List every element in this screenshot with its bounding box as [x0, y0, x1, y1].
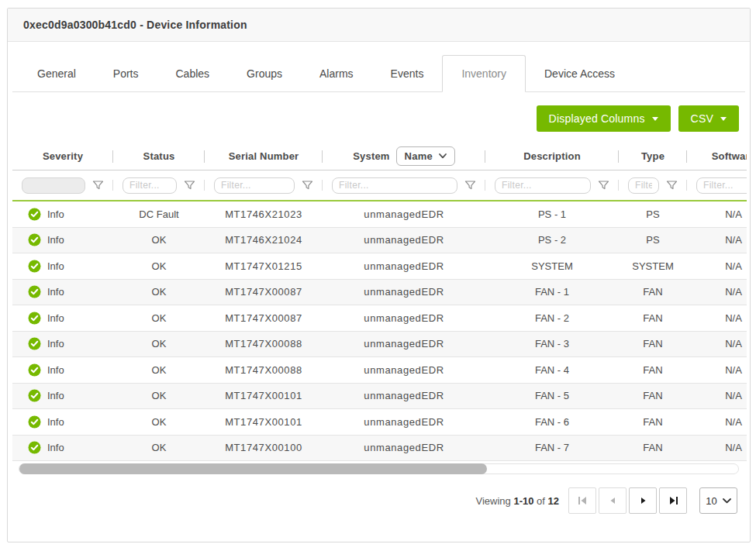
tab-ports[interactable]: Ports: [95, 55, 157, 92]
tab-alarms[interactable]: Alarms: [301, 55, 372, 92]
status-cell: OK: [113, 312, 205, 324]
table-header-row: Severity Status Serial Number System Nam…: [12, 143, 747, 170]
software-cell: N/A: [687, 260, 747, 272]
severity-cell: Info: [12, 208, 113, 221]
serial-number-filter-input[interactable]: [214, 177, 295, 194]
filter-cell-status: [113, 170, 205, 200]
software-cell: N/A: [687, 208, 747, 220]
filter-cell-software: [687, 170, 747, 200]
tab-inventory[interactable]: Inventory: [442, 55, 526, 92]
system-cell: unmanagedEDR: [323, 416, 485, 428]
severity-cell: Info: [12, 337, 113, 350]
funnel-icon[interactable]: [92, 181, 104, 190]
csv-button[interactable]: CSV: [678, 105, 739, 132]
software-cell: N/A: [687, 364, 747, 376]
page-size-select[interactable]: 10: [699, 487, 737, 514]
tab-cables[interactable]: Cables: [157, 55, 229, 92]
horizontal-scrollbar[interactable]: [19, 463, 739, 474]
severity-cell: Info: [12, 260, 113, 273]
filter-cell-type: [619, 170, 687, 200]
filter-cell-system: [323, 170, 485, 200]
tab-general[interactable]: General: [19, 55, 95, 92]
column-header-description[interactable]: Description: [485, 143, 619, 170]
description-cell: FAN - 6: [485, 416, 619, 428]
filter-cell-severity: [12, 170, 113, 200]
status-cell: OK: [113, 390, 205, 401]
severity-cell: Info: [12, 441, 113, 454]
table-body: Info DC Fault MT1746X21023 unmanagedEDR …: [12, 201, 747, 461]
column-header-serial-number[interactable]: Serial Number: [205, 143, 323, 170]
table-row: Info OK MT1746X21024 unmanagedEDR PS - 2…: [12, 228, 747, 254]
type-cell: FAN: [619, 390, 687, 401]
device-information-dialog: 0xec0d9a0300b41cd0 - Device Information …: [7, 8, 751, 542]
check-circle-icon: [28, 260, 41, 273]
description-filter-input[interactable]: [495, 177, 591, 194]
dialog-titlebar: 0xec0d9a0300b41cd0 - Device Information: [8, 9, 750, 42]
table-row: Info OK MT1747X00087 unmanagedEDR FAN - …: [12, 305, 747, 332]
column-header-severity[interactable]: Severity: [12, 143, 113, 170]
viewing-summary: Viewing 1-10 of 12: [475, 495, 559, 507]
table-row: Info OK MT1747X00088 unmanagedEDR FAN - …: [12, 332, 747, 358]
check-circle-icon: [28, 389, 41, 402]
filter-cell-description: [485, 170, 619, 200]
status-cell: OK: [113, 260, 205, 272]
horizontal-scrollbar-thumb[interactable]: [19, 463, 487, 474]
description-cell: PS - 1: [485, 208, 619, 220]
system-cell: unmanagedEDR: [323, 442, 485, 453]
software-cell: N/A: [687, 442, 747, 453]
check-circle-icon: [28, 337, 41, 350]
severity-cell: Info: [12, 233, 113, 246]
severity-filter-input: [22, 177, 85, 194]
tab-groups[interactable]: Groups: [228, 55, 301, 92]
funnel-icon[interactable]: [666, 181, 678, 190]
column-header-type[interactable]: Type: [619, 143, 687, 170]
tab-events[interactable]: Events: [372, 55, 443, 92]
inventory-table: Severity Status Serial Number System Nam…: [12, 143, 747, 461]
system-filter-input[interactable]: [332, 177, 457, 194]
software-cell: N/A: [687, 234, 747, 246]
chevron-down-icon: [439, 153, 447, 159]
description-cell: FAN - 5: [485, 390, 619, 401]
system-cell: unmanagedEDR: [323, 260, 485, 272]
system-cell: unmanagedEDR: [323, 364, 485, 376]
type-cell: SYSTEM: [619, 260, 687, 272]
system-cell: unmanagedEDR: [323, 312, 485, 324]
description-cell: PS - 2: [485, 234, 619, 246]
type-cell: FAN: [619, 286, 687, 298]
type-filter-input[interactable]: [628, 177, 659, 194]
previous-page-button[interactable]: [599, 487, 627, 514]
table-row: Info OK MT1747X00101 unmanagedEDR FAN - …: [12, 409, 747, 436]
chevron-down-icon: [720, 117, 727, 121]
last-page-button[interactable]: [659, 487, 687, 514]
csv-label: CSV: [691, 112, 713, 125]
chevron-down-icon: [723, 498, 731, 504]
tab-device-access[interactable]: Device Access: [526, 55, 633, 92]
software-cell: N/A: [687, 338, 747, 350]
column-header-system: System Name: [323, 143, 485, 170]
funnel-icon[interactable]: [464, 181, 476, 190]
software-filter-input[interactable]: [696, 177, 747, 194]
viewing-range: 1-10: [513, 495, 533, 507]
description-cell: FAN - 4: [485, 364, 619, 376]
viewing-total: 12: [548, 495, 559, 507]
pagination-bar: Viewing 1-10 of 12 10: [12, 487, 737, 514]
description-cell: FAN - 2: [485, 312, 619, 324]
funnel-icon[interactable]: [598, 181, 609, 190]
severity-cell: Info: [12, 389, 113, 402]
serial-number-cell: MT1747X00100: [205, 442, 323, 453]
filter-cell-serial-number: [205, 170, 323, 200]
first-page-button[interactable]: [568, 487, 596, 514]
system-cell: unmanagedEDR: [323, 234, 485, 246]
next-page-button[interactable]: [629, 487, 657, 514]
check-circle-icon: [28, 312, 41, 325]
status-filter-input[interactable]: [123, 177, 177, 194]
funnel-icon[interactable]: [184, 181, 195, 190]
column-header-software[interactable]: Software: [687, 143, 747, 170]
software-cell: N/A: [687, 312, 747, 324]
displayed-columns-button[interactable]: Displayed Columns: [537, 105, 671, 132]
type-cell: FAN: [619, 312, 687, 324]
funnel-icon[interactable]: [302, 181, 313, 190]
system-cell: unmanagedEDR: [323, 286, 485, 298]
system-field-select[interactable]: Name: [396, 146, 455, 166]
column-header-status[interactable]: Status: [113, 143, 205, 170]
